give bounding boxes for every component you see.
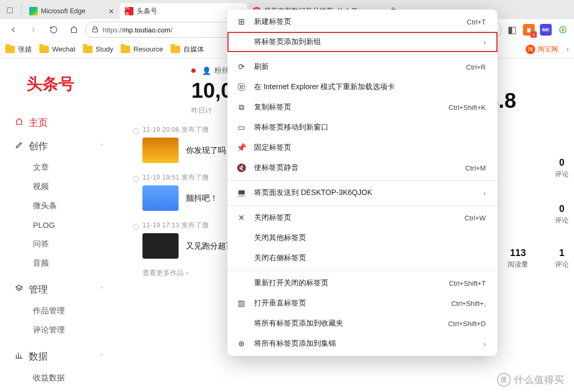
bookmark-folder[interactable]: Wechat <box>39 45 75 53</box>
tab-edge[interactable]: Microsoft Edge ✕ <box>24 3 120 19</box>
menu-duplicate-tab[interactable]: ⧉复制标签页Ctrl+Shift+K <box>227 97 497 117</box>
url-host: mp.toutiao.com <box>123 26 171 34</box>
sidebar-item-create[interactable]: 创作 ⌃ <box>15 134 117 158</box>
menu-reopen-closed[interactable]: 重新打开关闭的标签页Ctrl+Shift+T <box>227 273 497 293</box>
edge-icon <box>29 7 38 15</box>
plus-box-icon: ⊞ <box>236 17 247 27</box>
sidebar-item-home[interactable]: 主页 <box>15 111 117 134</box>
extension-btn-1[interactable]: ◧ <box>505 23 519 37</box>
bookmark-taobao[interactable]: 淘淘宝网 <box>526 45 558 54</box>
close-icon[interactable]: ✕ <box>108 7 114 15</box>
thumbnail <box>142 233 179 259</box>
extension-btn-3[interactable]: MK <box>539 23 553 37</box>
feed-title: 你发现了吗 <box>186 146 226 156</box>
vertical-tabs-icon: ▥ <box>236 299 247 308</box>
ie-icon: ⓔ <box>236 82 247 92</box>
watermark: 值 什么值得买 <box>497 373 564 387</box>
refresh-button[interactable] <box>45 21 63 39</box>
sidebar-sub-comments[interactable]: 评论管理 <box>15 320 117 339</box>
url-prefix: https:// <box>103 26 123 34</box>
bookmark-overflow[interactable]: › <box>567 45 569 53</box>
refresh-icon: ⟳ <box>236 62 247 72</box>
window-icon: ▭ <box>236 123 247 132</box>
menu-close-others[interactable]: 关闭其他标签页 <box>227 228 497 248</box>
pin-icon: 📌 <box>236 143 247 152</box>
bookmark-folder[interactable]: Resource <box>121 45 163 53</box>
feed-title: 颤抖吧！ <box>186 193 218 203</box>
lock-icon <box>91 25 99 35</box>
divider <box>21 4 22 15</box>
sidebar-item-manage[interactable]: 管理 ⌃ <box>15 278 117 301</box>
bookmark-folder[interactable]: 自媒体 <box>171 45 204 54</box>
mute-icon: 🔇 <box>236 163 247 173</box>
url-path: / <box>171 26 173 34</box>
sidebar-item-data[interactable]: 数据 ⌃ <box>15 345 117 368</box>
dot-icon <box>191 69 196 73</box>
sidebar-sub-plog[interactable]: PLOG <box>15 215 117 234</box>
forward-button[interactable] <box>24 21 43 39</box>
sidebar: 头条号 主页 创作 ⌃ 文章 视频 微头条 PLOG 问答 音频 管理 ⌃ 作品… <box>0 58 117 392</box>
menu-refresh[interactable]: ⟳刷新Ctrl+R <box>227 57 497 77</box>
menu-close-right[interactable]: 关闭右侧标签页 <box>227 248 497 268</box>
menu-vertical-tabs[interactable]: ▥打开垂直标签页Ctrl+Shift+, <box>227 293 497 313</box>
mk-icon: MK <box>540 24 552 36</box>
pen-icon <box>15 141 23 152</box>
menu-ie-mode[interactable]: ⓔ在 Internet Explorer 模式下重新加载选项卡 <box>227 77 497 97</box>
bar-chart-icon <box>15 351 23 362</box>
chevron-right-icon: › <box>484 340 486 348</box>
menu-mute-tab[interactable]: 🔇使标签页静音Ctrl+M <box>227 158 497 178</box>
tab-strip-toggle[interactable]: ▢ <box>0 0 19 19</box>
menu-pin-tab[interactable]: 📌固定标签页 <box>227 138 497 158</box>
menu-close-tab[interactable]: ✕关闭标签页Ctrl+W <box>227 208 497 228</box>
chevron-up-icon: ⌃ <box>99 286 104 293</box>
separator <box>227 205 497 206</box>
laptop-icon: 💻 <box>236 188 247 198</box>
menu-add-to-group[interactable]: 将标签页添加到新组› <box>227 32 497 52</box>
watermark-icon: 值 <box>497 373 511 387</box>
toutiao-icon: 头条 <box>125 7 133 15</box>
menu-move-to-window[interactable]: ▭将标签页移动到新窗口 <box>227 117 497 138</box>
tab-label: 头条号 <box>137 7 157 16</box>
sidebar-sub-video[interactable]: 视频 <box>15 177 117 196</box>
tab-label: Microsoft Edge <box>41 7 85 15</box>
separator <box>227 54 497 55</box>
svg-point-2 <box>561 28 564 31</box>
sidebar-sub-article[interactable]: 文章 <box>15 158 117 177</box>
user-icon: 👤 <box>202 66 211 75</box>
folder-icon <box>121 46 130 53</box>
taobao-icon: 淘 <box>526 45 535 54</box>
sidebar-sub-revenue[interactable]: 收益数据 <box>15 368 117 387</box>
badge: 1 <box>530 31 537 38</box>
chevron-right-icon: › <box>484 189 486 197</box>
menu-add-all-to-collections[interactable]: ⊕将所有标签页添加到集锦› <box>227 334 497 354</box>
chevron-up-icon: ⌃ <box>99 353 104 360</box>
copy-icon: ⧉ <box>236 103 247 112</box>
menu-new-tab[interactable]: ⊞新建标签页Ctrl+T <box>227 12 497 32</box>
sidebar-sub-qa[interactable]: 问答 <box>15 234 117 253</box>
extension-btn-2[interactable]: 📋 1 <box>522 23 536 37</box>
svg-rect-0 <box>92 29 97 32</box>
sidebar-sub-works[interactable]: 作品管理 <box>15 301 117 320</box>
stat-cell: 0评论 <box>555 203 569 225</box>
sidebar-sub-microhead[interactable]: 微头条 <box>15 196 117 215</box>
chevron-right-icon: › <box>484 38 486 46</box>
collections-icon: ⊕ <box>236 339 247 348</box>
bookmark-folder[interactable]: 张婧 <box>5 45 32 54</box>
extension-btn-4[interactable] <box>556 23 570 37</box>
tab-context-menu: ⊞新建标签页Ctrl+T 将标签页添加到新组› ⟳刷新Ctrl+R ⓔ在 Int… <box>227 10 497 356</box>
folder-icon <box>39 46 49 53</box>
menu-add-all-to-fav[interactable]: 将所有标签页添加到收藏夹Ctrl+Shift+D <box>227 313 497 334</box>
bookmark-folder[interactable]: Study <box>83 45 113 53</box>
sidebar-sub-audio[interactable]: 音频 <box>15 253 117 272</box>
back-button[interactable] <box>4 21 22 39</box>
stat-cell: 0评论 <box>555 157 569 179</box>
chevron-up-icon: ⌃ <box>99 142 104 150</box>
folder-icon <box>171 46 180 53</box>
home-icon <box>15 117 23 129</box>
thumbnail <box>142 138 179 163</box>
layers-icon <box>15 284 23 295</box>
menu-send-to-device[interactable]: 💻将页面发送到 DESKTOP-3K6QJOK› <box>227 183 497 203</box>
site-logo: 头条号 <box>27 73 117 95</box>
home-button[interactable] <box>65 21 83 39</box>
stat-cell: 113阅读量 <box>508 248 528 269</box>
